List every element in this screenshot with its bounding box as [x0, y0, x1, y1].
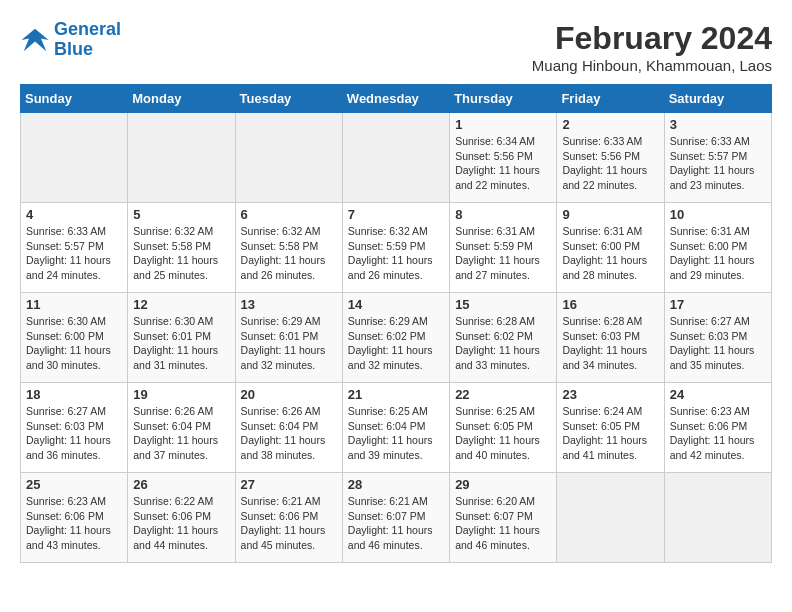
day-number: 9	[562, 207, 658, 222]
week-row-4: 18Sunrise: 6:27 AM Sunset: 6:03 PM Dayli…	[21, 383, 772, 473]
calendar-cell	[664, 473, 771, 563]
day-info: Sunrise: 6:33 AM Sunset: 5:57 PM Dayligh…	[26, 224, 122, 283]
calendar-header-row: SundayMondayTuesdayWednesdayThursdayFrid…	[21, 85, 772, 113]
logo: General Blue	[20, 20, 121, 60]
week-row-3: 11Sunrise: 6:30 AM Sunset: 6:00 PM Dayli…	[21, 293, 772, 383]
day-number: 17	[670, 297, 766, 312]
day-info: Sunrise: 6:26 AM Sunset: 6:04 PM Dayligh…	[241, 404, 337, 463]
day-number: 7	[348, 207, 444, 222]
day-info: Sunrise: 6:21 AM Sunset: 6:07 PM Dayligh…	[348, 494, 444, 553]
day-number: 23	[562, 387, 658, 402]
day-info: Sunrise: 6:33 AM Sunset: 5:56 PM Dayligh…	[562, 134, 658, 193]
day-info: Sunrise: 6:22 AM Sunset: 6:06 PM Dayligh…	[133, 494, 229, 553]
day-number: 13	[241, 297, 337, 312]
day-info: Sunrise: 6:32 AM Sunset: 5:58 PM Dayligh…	[241, 224, 337, 283]
calendar-cell: 24Sunrise: 6:23 AM Sunset: 6:06 PM Dayli…	[664, 383, 771, 473]
day-info: Sunrise: 6:28 AM Sunset: 6:02 PM Dayligh…	[455, 314, 551, 373]
calendar-cell: 3Sunrise: 6:33 AM Sunset: 5:57 PM Daylig…	[664, 113, 771, 203]
calendar-table: SundayMondayTuesdayWednesdayThursdayFrid…	[20, 84, 772, 563]
week-row-2: 4Sunrise: 6:33 AM Sunset: 5:57 PM Daylig…	[21, 203, 772, 293]
calendar-cell: 6Sunrise: 6:32 AM Sunset: 5:58 PM Daylig…	[235, 203, 342, 293]
main-title: February 2024	[532, 20, 772, 57]
day-info: Sunrise: 6:20 AM Sunset: 6:07 PM Dayligh…	[455, 494, 551, 553]
calendar-cell: 11Sunrise: 6:30 AM Sunset: 6:00 PM Dayli…	[21, 293, 128, 383]
calendar-cell: 2Sunrise: 6:33 AM Sunset: 5:56 PM Daylig…	[557, 113, 664, 203]
header-saturday: Saturday	[664, 85, 771, 113]
day-number: 12	[133, 297, 229, 312]
header-sunday: Sunday	[21, 85, 128, 113]
page-header: General Blue February 2024 Muang Hinboun…	[20, 20, 772, 74]
day-info: Sunrise: 6:23 AM Sunset: 6:06 PM Dayligh…	[670, 404, 766, 463]
day-info: Sunrise: 6:23 AM Sunset: 6:06 PM Dayligh…	[26, 494, 122, 553]
day-info: Sunrise: 6:31 AM Sunset: 6:00 PM Dayligh…	[562, 224, 658, 283]
subtitle: Muang Hinboun, Khammouan, Laos	[532, 57, 772, 74]
calendar-cell: 29Sunrise: 6:20 AM Sunset: 6:07 PM Dayli…	[450, 473, 557, 563]
day-number: 3	[670, 117, 766, 132]
calendar-cell: 28Sunrise: 6:21 AM Sunset: 6:07 PM Dayli…	[342, 473, 449, 563]
calendar-cell	[128, 113, 235, 203]
day-number: 11	[26, 297, 122, 312]
day-number: 21	[348, 387, 444, 402]
day-info: Sunrise: 6:34 AM Sunset: 5:56 PM Dayligh…	[455, 134, 551, 193]
day-info: Sunrise: 6:29 AM Sunset: 6:01 PM Dayligh…	[241, 314, 337, 373]
day-info: Sunrise: 6:27 AM Sunset: 6:03 PM Dayligh…	[26, 404, 122, 463]
day-number: 24	[670, 387, 766, 402]
day-number: 29	[455, 477, 551, 492]
day-number: 1	[455, 117, 551, 132]
day-number: 27	[241, 477, 337, 492]
day-number: 8	[455, 207, 551, 222]
header-tuesday: Tuesday	[235, 85, 342, 113]
calendar-cell: 9Sunrise: 6:31 AM Sunset: 6:00 PM Daylig…	[557, 203, 664, 293]
day-info: Sunrise: 6:27 AM Sunset: 6:03 PM Dayligh…	[670, 314, 766, 373]
day-number: 4	[26, 207, 122, 222]
day-info: Sunrise: 6:25 AM Sunset: 6:04 PM Dayligh…	[348, 404, 444, 463]
calendar-cell: 20Sunrise: 6:26 AM Sunset: 6:04 PM Dayli…	[235, 383, 342, 473]
calendar-cell	[557, 473, 664, 563]
day-info: Sunrise: 6:31 AM Sunset: 5:59 PM Dayligh…	[455, 224, 551, 283]
day-info: Sunrise: 6:28 AM Sunset: 6:03 PM Dayligh…	[562, 314, 658, 373]
calendar-cell: 18Sunrise: 6:27 AM Sunset: 6:03 PM Dayli…	[21, 383, 128, 473]
calendar-cell	[342, 113, 449, 203]
week-row-1: 1Sunrise: 6:34 AM Sunset: 5:56 PM Daylig…	[21, 113, 772, 203]
logo-icon	[20, 25, 50, 55]
day-number: 10	[670, 207, 766, 222]
day-info: Sunrise: 6:26 AM Sunset: 6:04 PM Dayligh…	[133, 404, 229, 463]
calendar-cell: 8Sunrise: 6:31 AM Sunset: 5:59 PM Daylig…	[450, 203, 557, 293]
calendar-cell: 27Sunrise: 6:21 AM Sunset: 6:06 PM Dayli…	[235, 473, 342, 563]
day-number: 26	[133, 477, 229, 492]
calendar-cell: 10Sunrise: 6:31 AM Sunset: 6:00 PM Dayli…	[664, 203, 771, 293]
logo-text: General Blue	[54, 20, 121, 60]
header-monday: Monday	[128, 85, 235, 113]
calendar-cell: 17Sunrise: 6:27 AM Sunset: 6:03 PM Dayli…	[664, 293, 771, 383]
day-number: 28	[348, 477, 444, 492]
calendar-cell: 22Sunrise: 6:25 AM Sunset: 6:05 PM Dayli…	[450, 383, 557, 473]
day-number: 22	[455, 387, 551, 402]
day-number: 15	[455, 297, 551, 312]
calendar-cell: 23Sunrise: 6:24 AM Sunset: 6:05 PM Dayli…	[557, 383, 664, 473]
calendar-cell: 19Sunrise: 6:26 AM Sunset: 6:04 PM Dayli…	[128, 383, 235, 473]
header-wednesday: Wednesday	[342, 85, 449, 113]
calendar-cell: 5Sunrise: 6:32 AM Sunset: 5:58 PM Daylig…	[128, 203, 235, 293]
header-thursday: Thursday	[450, 85, 557, 113]
calendar-cell: 15Sunrise: 6:28 AM Sunset: 6:02 PM Dayli…	[450, 293, 557, 383]
svg-marker-0	[22, 29, 49, 52]
day-info: Sunrise: 6:29 AM Sunset: 6:02 PM Dayligh…	[348, 314, 444, 373]
day-number: 16	[562, 297, 658, 312]
day-number: 2	[562, 117, 658, 132]
calendar-cell: 4Sunrise: 6:33 AM Sunset: 5:57 PM Daylig…	[21, 203, 128, 293]
day-number: 18	[26, 387, 122, 402]
day-info: Sunrise: 6:25 AM Sunset: 6:05 PM Dayligh…	[455, 404, 551, 463]
day-info: Sunrise: 6:33 AM Sunset: 5:57 PM Dayligh…	[670, 134, 766, 193]
calendar-cell: 13Sunrise: 6:29 AM Sunset: 6:01 PM Dayli…	[235, 293, 342, 383]
day-info: Sunrise: 6:21 AM Sunset: 6:06 PM Dayligh…	[241, 494, 337, 553]
calendar-cell: 1Sunrise: 6:34 AM Sunset: 5:56 PM Daylig…	[450, 113, 557, 203]
title-block: February 2024 Muang Hinboun, Khammouan, …	[532, 20, 772, 74]
week-row-5: 25Sunrise: 6:23 AM Sunset: 6:06 PM Dayli…	[21, 473, 772, 563]
header-friday: Friday	[557, 85, 664, 113]
calendar-cell	[235, 113, 342, 203]
day-number: 25	[26, 477, 122, 492]
calendar-cell: 25Sunrise: 6:23 AM Sunset: 6:06 PM Dayli…	[21, 473, 128, 563]
day-number: 6	[241, 207, 337, 222]
day-info: Sunrise: 6:24 AM Sunset: 6:05 PM Dayligh…	[562, 404, 658, 463]
calendar-cell: 26Sunrise: 6:22 AM Sunset: 6:06 PM Dayli…	[128, 473, 235, 563]
